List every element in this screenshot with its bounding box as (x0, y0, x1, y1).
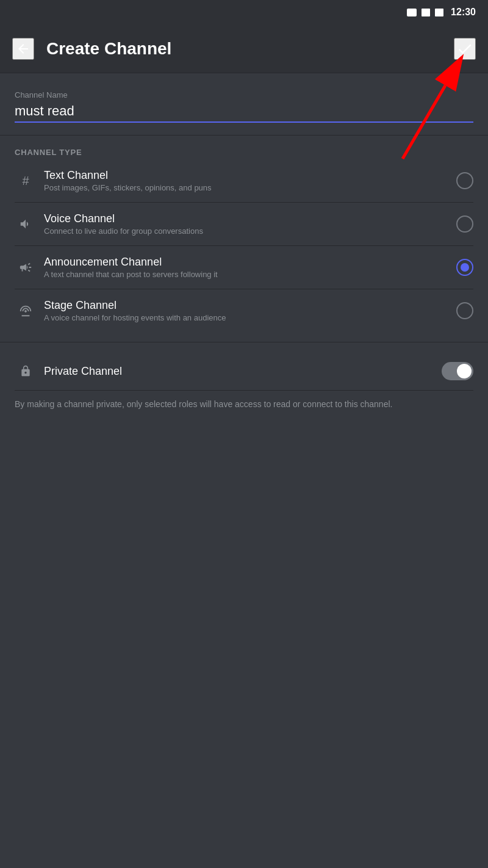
lock-icon (15, 365, 37, 377)
text-channel-radio[interactable] (456, 172, 473, 189)
channel-type-header: CHANNEL TYPE (15, 148, 473, 157)
channel-type-voice[interactable]: Voice Channel Connect to live audio for … (15, 203, 473, 246)
stage-channel-icon (15, 304, 37, 317)
channel-name-section: Channel Name (0, 73, 488, 136)
image-status-icon (407, 9, 417, 16)
announcement-channel-icon (15, 261, 37, 274)
confirm-button[interactable] (454, 38, 476, 60)
channel-name-label: Channel Name (15, 90, 473, 99)
voice-channel-icon (15, 217, 37, 231)
text-channel-icon: # (15, 174, 37, 188)
text-channel-desc: Post images, GIFs, stickers, opinions, a… (44, 183, 449, 192)
stage-channel-radio[interactable] (456, 302, 473, 319)
clock: 12:30 (451, 7, 476, 18)
channel-type-section: CHANNEL TYPE # Text Channel Post images,… (0, 136, 488, 332)
text-channel-name: Text Channel (44, 169, 449, 182)
voice-channel-radio[interactable] (456, 215, 473, 233)
announcement-channel-desc: A text channel that can post to servers … (44, 270, 449, 279)
announcement-channel-radio[interactable] (456, 259, 473, 276)
private-channel-description: By making a channel private, only select… (15, 391, 473, 423)
announcement-channel-name: Announcement Channel (44, 256, 449, 269)
private-channel-label: Private Channel (44, 365, 442, 378)
channel-type-stage[interactable]: Stage Channel A voice channel for hostin… (15, 289, 473, 332)
page-title: Create Channel (46, 39, 454, 59)
header: Create Channel (0, 24, 488, 73)
stage-channel-desc: A voice channel for hosting events with … (44, 313, 449, 322)
private-channel-toggle[interactable] (442, 362, 473, 380)
stage-channel-name: Stage Channel (44, 299, 449, 312)
voice-channel-desc: Connect to live audio for group conversa… (44, 226, 449, 236)
voice-channel-name: Voice Channel (44, 212, 449, 225)
private-channel-row: Private Channel (15, 352, 473, 391)
private-channel-section: Private Channel By making a channel priv… (0, 352, 488, 423)
sim-status-icon (422, 9, 430, 16)
status-bar-icons (407, 9, 443, 16)
channel-type-text[interactable]: # Text Channel Post images, GIFs, sticke… (15, 159, 473, 203)
font-status-icon (435, 9, 443, 16)
main-content: Channel Name CHANNEL TYPE # Text Channel… (0, 73, 488, 423)
channel-name-input[interactable] (15, 103, 473, 123)
channel-type-announcement[interactable]: Announcement Channel A text channel that… (15, 246, 473, 289)
back-button[interactable] (12, 38, 34, 60)
status-bar: 12:30 (0, 0, 488, 24)
